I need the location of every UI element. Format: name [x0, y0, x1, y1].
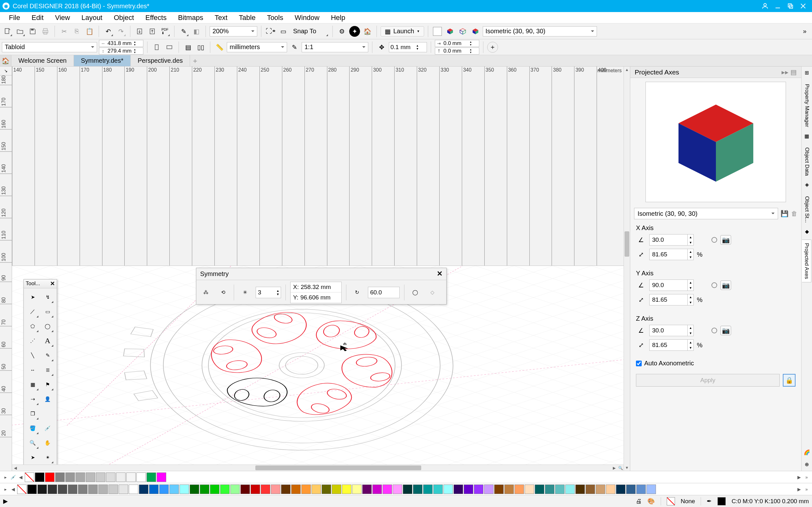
- menu-window[interactable]: Window: [289, 12, 325, 23]
- color-swatch[interactable]: [494, 485, 504, 494]
- color-swatch[interactable]: [119, 485, 128, 494]
- color-swatch[interactable]: [136, 472, 146, 482]
- menu-help[interactable]: Help: [325, 12, 351, 23]
- home-button[interactable]: 🏠: [362, 26, 373, 37]
- orientation-portrait-button[interactable]: [151, 42, 162, 53]
- cube-solid-button[interactable]: [470, 26, 481, 37]
- color-swatch[interactable]: [180, 485, 189, 494]
- color-swatch[interactable]: [433, 485, 443, 494]
- zoom-tool-corner[interactable]: 🔍: [617, 465, 623, 471]
- color-swatch[interactable]: [55, 472, 65, 482]
- tab-projected-axes[interactable]: Projected Axes: [802, 239, 811, 282]
- status-outline-swatch[interactable]: [717, 497, 726, 505]
- export-button[interactable]: [147, 26, 158, 37]
- color-swatch[interactable]: [403, 485, 412, 494]
- table-tool[interactable]: ▦: [26, 378, 39, 391]
- color-swatch[interactable]: [65, 472, 75, 482]
- pick-alt-tool[interactable]: ➤: [26, 451, 39, 464]
- color-swatch[interactable]: [383, 485, 392, 494]
- snap-to-button[interactable]: Snap To: [291, 26, 328, 37]
- color-swatch[interactable]: [45, 472, 55, 482]
- x-axis-camera-button[interactable]: 📷: [720, 235, 731, 245]
- cube-outline-button[interactable]: [457, 26, 468, 37]
- pick-tool[interactable]: ➤: [26, 291, 39, 303]
- color-swatch[interactable]: [88, 485, 98, 494]
- color-swatch[interactable]: [362, 485, 372, 494]
- color-swatch[interactable]: [116, 472, 125, 482]
- dimension-tool[interactable]: ↔: [26, 364, 39, 377]
- undo-button[interactable]: ↶: [103, 26, 113, 37]
- color-swatch[interactable]: [484, 485, 494, 494]
- y-angle-input[interactable]: [650, 280, 687, 291]
- ruler-horizontal[interactable]: millimeters 1401501601701801902002102202…: [12, 66, 623, 266]
- zoom-tool[interactable]: 🔍: [26, 437, 39, 449]
- z-axis-camera-button[interactable]: 📷: [720, 326, 731, 335]
- palette-prev-button[interactable]: ◀: [17, 472, 24, 482]
- projected-axes-icon[interactable]: ◆: [803, 228, 811, 236]
- vscroll-thumb[interactable]: [624, 231, 629, 257]
- x-scale-input[interactable]: [650, 249, 687, 260]
- menu-file[interactable]: File: [3, 12, 26, 23]
- tab-symmetry[interactable]: Symmetry.des*: [74, 55, 131, 66]
- open-button[interactable]: [14, 26, 26, 37]
- hscroll-left[interactable]: ◀: [12, 465, 18, 471]
- color-swatch[interactable]: [190, 485, 199, 494]
- color-swatch[interactable]: [126, 472, 136, 482]
- menu-layout[interactable]: Layout: [76, 12, 108, 23]
- color-swatch[interactable]: [27, 485, 37, 494]
- color-swatch[interactable]: [251, 485, 260, 494]
- tab-object-styles[interactable]: Object St...: [802, 193, 812, 226]
- x-angle-input[interactable]: [650, 234, 687, 245]
- color-swatch[interactable]: [342, 485, 351, 494]
- status-color-icon[interactable]: 🎨: [647, 498, 655, 505]
- color-swatch[interactable]: [108, 485, 118, 494]
- page-nav-icon[interactable]: ▶: [3, 498, 8, 505]
- import-button[interactable]: [134, 26, 145, 37]
- color-swatch[interactable]: [220, 485, 230, 494]
- color-swatch[interactable]: [301, 485, 311, 494]
- text-tool[interactable]: A: [41, 335, 54, 347]
- page-size-dropdown[interactable]: Tabloid: [2, 42, 97, 52]
- color-swatch[interactable]: [149, 485, 159, 494]
- add-tab-button[interactable]: ＋: [190, 55, 200, 66]
- color-swatch[interactable]: [514, 485, 524, 494]
- maximize-button[interactable]: [784, 0, 797, 12]
- delete-preset-button[interactable]: 🗑: [791, 210, 798, 217]
- add-preset-button[interactable]: ＋: [487, 42, 498, 53]
- toolbox-header[interactable]: Tool... ✕: [24, 279, 57, 288]
- color-swatch[interactable]: [535, 485, 544, 494]
- color-swatch[interactable]: [311, 485, 321, 494]
- color-swatch[interactable]: [413, 485, 422, 494]
- menu-table[interactable]: Table: [233, 12, 261, 23]
- pan-tool[interactable]: ✋: [41, 437, 54, 449]
- color-swatch[interactable]: [35, 472, 44, 482]
- color-swatch[interactable]: [98, 485, 108, 494]
- menu-bitmaps[interactable]: Bitmaps: [172, 12, 209, 23]
- color-swatch[interactable]: [596, 485, 605, 494]
- tab-perspective[interactable]: Perspective.des: [131, 55, 190, 66]
- menu-tools[interactable]: Tools: [261, 12, 289, 23]
- menu-object[interactable]: Object: [108, 12, 140, 23]
- color-swatch[interactable]: [157, 472, 166, 482]
- toolbar-overflow-button[interactable]: »: [799, 26, 810, 37]
- drawing-scale-dropdown[interactable]: 1:1: [302, 42, 368, 52]
- color-swatch[interactable]: [78, 485, 88, 494]
- nudge-input[interactable]: ▲▼: [389, 42, 427, 52]
- palette-menu-button[interactable]: ▸: [2, 472, 9, 482]
- plane-top-button[interactable]: [432, 26, 443, 37]
- color-swatch[interactable]: [504, 485, 514, 494]
- docker-header[interactable]: Projected Axes ▸▸ ▤: [630, 66, 801, 78]
- menu-text[interactable]: Text: [209, 12, 233, 23]
- color-swatch[interactable]: [586, 485, 595, 494]
- toolbox-panel[interactable]: Tool... ✕ ➤ ↯ ／ ▭ ⬠ ◯ ⋰ A ╲ ✎ ↔ ≣ ▦: [23, 279, 57, 465]
- ruler-origin[interactable]: ↘: [0, 66, 12, 75]
- status-fill-swatch[interactable]: [667, 497, 675, 505]
- color-swatch[interactable]: [241, 485, 250, 494]
- page-height-input[interactable]: [107, 48, 132, 54]
- color-swatch[interactable]: [454, 485, 463, 494]
- shape-tool[interactable]: ↯: [41, 291, 54, 303]
- tab-welcome[interactable]: Welcome Screen: [11, 55, 74, 66]
- orientation-landscape-button[interactable]: [164, 42, 175, 53]
- color-swatch[interactable]: [129, 485, 138, 494]
- hscroll-thumb[interactable]: [255, 465, 421, 470]
